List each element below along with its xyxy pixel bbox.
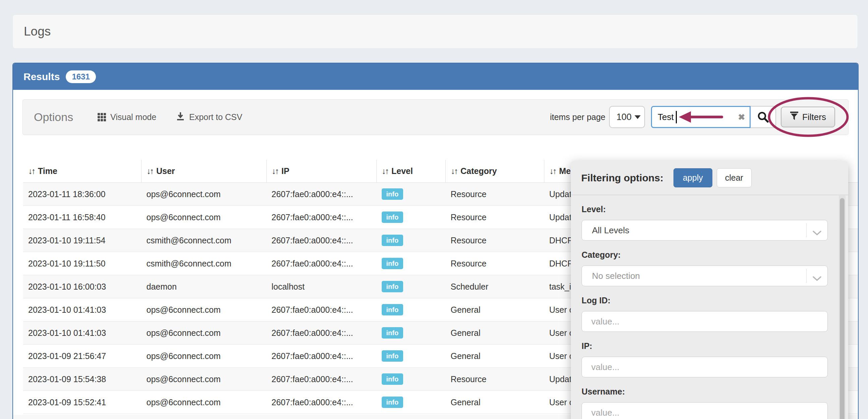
items-per-page-select[interactable]: 100: [609, 106, 645, 128]
level-cell: info: [377, 368, 446, 391]
select-divider: [806, 223, 807, 237]
log-id-input[interactable]: [582, 311, 828, 332]
level-badge: info: [382, 281, 403, 292]
page-header-card: Logs: [12, 14, 858, 49]
results-panel-header: Results 1631: [13, 63, 858, 90]
time-cell: 2023-01-10 01:41:03: [23, 298, 142, 321]
visual-mode-button[interactable]: Visual mode: [98, 100, 156, 135]
level-badge: info: [382, 235, 403, 246]
category-cell: Resource: [446, 229, 544, 252]
level-badge: info: [382, 304, 403, 315]
ip-cell: localhost: [267, 275, 377, 298]
category-cell: Resource: [446, 252, 544, 275]
export-csv-button[interactable]: Export to CSV: [176, 100, 242, 135]
level-label: Level:: [582, 204, 848, 215]
ip-cell: 2607:fae0:a000:e4::...: [267, 252, 377, 275]
level-cell: info: [377, 321, 446, 345]
column-header-label: Level: [392, 166, 413, 175]
filter-panel-title: Filtering options:: [581, 172, 663, 184]
level-badge: info: [382, 258, 403, 269]
user-cell: ops@6connect.com: [142, 206, 267, 229]
column-header-level[interactable]: ↓↑Level: [377, 160, 446, 183]
time-cell: 2023-01-11 16:58:40: [23, 206, 142, 229]
filter-panel-body: Level: All Levels Category: No selection: [571, 204, 848, 419]
ip-cell: 2607:fae0:a000:e4::...: [267, 206, 377, 229]
level-badge: info: [382, 374, 403, 385]
user-cell: ops@6connect.com: [142, 183, 267, 206]
time-cell: 2023-01-10 19:11:50: [23, 252, 142, 275]
time-cell: 2023-01-10 01:41:03: [23, 321, 142, 345]
user-cell: csmith@6connect.com: [142, 229, 267, 252]
category-cell: Resource: [446, 368, 544, 391]
user-cell: ops@6connect.com: [142, 345, 267, 368]
apply-button[interactable]: apply: [674, 168, 712, 187]
ip-cell: 2607:fae0:a000:e4::...: [267, 391, 377, 414]
column-header-ip[interactable]: ↓↑IP: [267, 160, 377, 183]
category-label: Category:: [582, 250, 848, 260]
items-per-page-value: 100: [616, 112, 631, 122]
category-select-value: No selection: [592, 271, 640, 281]
filter-panel: Filtering options: apply clear Level: Al…: [571, 161, 848, 419]
sort-icon: ↓↑: [28, 166, 35, 175]
level-badge: info: [382, 212, 403, 223]
category-select[interactable]: No selection: [582, 265, 828, 286]
category-cell: Resource: [446, 183, 544, 206]
level-badge: info: [382, 327, 403, 339]
user-cell: daemon: [142, 275, 267, 298]
sort-icon: ↓↑: [272, 166, 278, 175]
download-icon: [176, 112, 185, 123]
results-count-badge: 1631: [66, 70, 96, 83]
column-header-label: Category: [461, 166, 497, 175]
time-cell: 2023-01-09 21:56:47: [23, 345, 142, 368]
column-header-label: IP: [281, 166, 289, 175]
sort-icon: ↓↑: [382, 166, 388, 175]
column-header-time[interactable]: ↓↑Time: [23, 160, 142, 183]
user-cell: ops@6connect.com: [142, 321, 267, 345]
level-badge: info: [382, 396, 403, 408]
ip-cell: 2607:fae0:a000:e4::...: [267, 368, 377, 391]
chevron-down-icon: [812, 273, 822, 284]
sort-icon: ↓↑: [147, 166, 153, 175]
caret-down-icon: [634, 115, 641, 119]
time-cell: 2023-01-10 16:00:03: [23, 275, 142, 298]
category-cell: General: [446, 345, 544, 368]
time-cell: 2023-01-11 18:36:00: [23, 183, 142, 206]
column-header-category[interactable]: ↓↑Category: [446, 160, 544, 183]
funnel-icon: [790, 111, 799, 123]
ip-cell: 2607:fae0:a000:e4::...: [267, 321, 377, 345]
ip-label: IP:: [582, 341, 848, 351]
level-cell: info: [377, 391, 446, 414]
category-cell: Resource: [446, 206, 544, 229]
scrollbar-thumb[interactable]: [840, 198, 844, 419]
filters-button-label: Filters: [802, 112, 826, 122]
level-badge: info: [382, 188, 403, 200]
search-button[interactable]: [751, 106, 776, 128]
level-cell: info: [377, 275, 446, 298]
clear-button[interactable]: clear: [717, 168, 752, 187]
ip-input[interactable]: [582, 357, 828, 378]
clear-search-icon[interactable]: ✖: [733, 106, 750, 128]
user-cell: ops@6connect.com: [142, 368, 267, 391]
visual-mode-label: Visual mode: [110, 112, 156, 122]
column-header-label: User: [156, 166, 175, 175]
ip-cell: 2607:fae0:a000:e4::...: [267, 183, 377, 206]
time-cell: 2023-01-09 15:52:41: [23, 391, 142, 414]
filter-panel-header: Filtering options: apply clear: [571, 161, 848, 195]
username-input[interactable]: [582, 402, 828, 419]
column-header-user[interactable]: ↓↑User: [142, 160, 267, 183]
log-id-label: Log ID:: [582, 296, 848, 306]
chevron-down-icon: [812, 228, 822, 238]
level-badge: info: [382, 350, 403, 362]
level-select[interactable]: All Levels: [582, 220, 828, 241]
column-header-label: Time: [38, 166, 57, 175]
level-cell: info: [377, 183, 446, 206]
filters-button[interactable]: Filters: [781, 106, 835, 127]
user-cell: csmith@6connect.com: [142, 252, 267, 275]
category-cell: General: [446, 298, 544, 321]
search-icon: [757, 110, 769, 123]
level-cell: info: [377, 298, 446, 321]
items-per-page-label: items per page: [505, 100, 606, 135]
time-cell: 2023-01-10 19:11:54: [23, 229, 142, 252]
user-cell: ops@6connect.com: [142, 391, 267, 414]
username-label: Username:: [582, 387, 848, 397]
